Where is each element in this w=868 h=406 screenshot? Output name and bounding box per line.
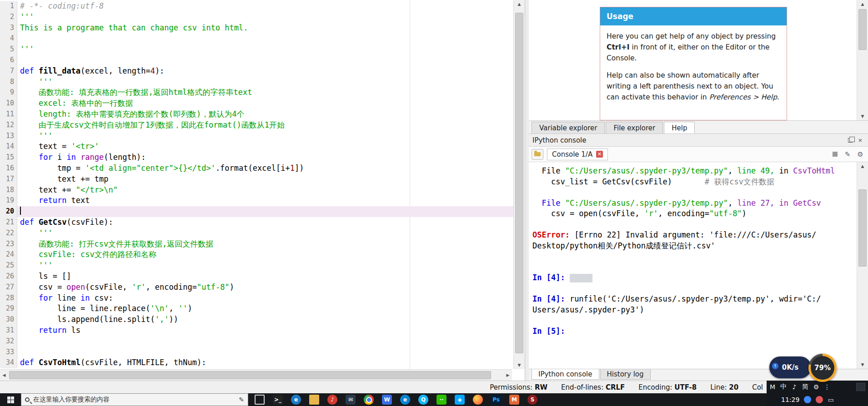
spyder-icon[interactable]: S bbox=[527, 395, 537, 405]
editor-line-26[interactable]: 26 ls = [] bbox=[0, 271, 513, 282]
network-speed-bubble[interactable]: ↑ 0K/s bbox=[769, 356, 811, 378]
editor-line-27[interactable]: 27 csv = open(csvFile, 'r', encoding="ut… bbox=[0, 282, 513, 293]
editor-line-34[interactable]: 34def CsvToHtml(csvFile, HTMLFILE, thNum… bbox=[0, 357, 513, 368]
scroll-right-arrow-icon[interactable]: ▶ bbox=[504, 370, 512, 381]
tab-file-explorer[interactable]: File explorer bbox=[606, 122, 663, 134]
editor-line-22[interactable]: 22 ''' bbox=[0, 228, 513, 239]
editor-horizontal-scrollbar[interactable]: ◀ ▶ bbox=[0, 369, 512, 381]
editor-line-10[interactable]: 10 excel: 表格中的一行数据 bbox=[0, 98, 513, 109]
help-vscroll-thumb[interactable] bbox=[858, 9, 867, 50]
interrupt-kernel-icon[interactable] bbox=[830, 149, 840, 159]
chrome-icon[interactable] bbox=[364, 395, 374, 405]
music-note-icon[interactable]: ♪ bbox=[791, 383, 798, 391]
close-console-icon[interactable]: ✕ bbox=[596, 151, 603, 158]
editor-line-15[interactable]: 15 for i in range(length): bbox=[0, 152, 513, 163]
editor-hscroll-thumb[interactable] bbox=[9, 371, 491, 379]
editor-line-16[interactable]: 16 tmp = '<td align="center">{}</td>'.fo… bbox=[0, 163, 513, 174]
browse-working-directory-button[interactable] bbox=[532, 149, 543, 160]
editor-text-area[interactable]: 1# -*- coding:utf-82'''3This is a progra… bbox=[0, 0, 513, 369]
editor-line-3[interactable]: 3This is a programe that can change csv … bbox=[0, 23, 513, 34]
photoshop-icon[interactable]: Ps bbox=[491, 395, 501, 405]
more-icon[interactable]: ⋮ bbox=[824, 383, 830, 391]
editor-line-24[interactable]: 24 csvFile: csv文件的路径和名称 bbox=[0, 249, 513, 260]
ime-chinese-icon[interactable]: 中 bbox=[780, 383, 787, 391]
wechat-icon[interactable]: ·· bbox=[437, 395, 447, 405]
pane-splitter[interactable] bbox=[525, 0, 529, 381]
editor-line-1[interactable]: 1# -*- coding:utf-8 bbox=[0, 1, 513, 12]
editor-vertical-scrollbar[interactable]: ▲ ▼ bbox=[513, 0, 525, 369]
matlab-icon[interactable]: M bbox=[509, 395, 519, 405]
editor-line-19[interactable]: 19 return text bbox=[0, 195, 513, 206]
editor-line-9[interactable]: 9 函数功能: 填充表格的一行数据,返回html格式的字符串text bbox=[0, 87, 513, 98]
scroll-down-arrow-icon[interactable]: ▼ bbox=[514, 361, 525, 369]
net-speed-widget[interactable]: ↑ 0K/s 79% bbox=[769, 354, 847, 382]
console-output[interactable]: File "C:/Users/asus/.spyder-py3/temp.py"… bbox=[529, 162, 857, 369]
editor-line-5[interactable]: 5''' bbox=[0, 44, 513, 55]
clock[interactable]: 11:29 bbox=[781, 396, 799, 403]
qq-icon[interactable]: Q bbox=[418, 395, 428, 405]
ime-mode-icon[interactable]: M bbox=[769, 383, 776, 391]
tab-ipython-console[interactable]: IPython console bbox=[532, 369, 599, 380]
baidu-netdisk-icon[interactable]: ◈ bbox=[455, 395, 465, 405]
console-vertical-scrollbar[interactable]: ▲ ▼ bbox=[857, 162, 868, 369]
scroll-down-arrow-icon[interactable]: ▼ bbox=[857, 361, 868, 369]
gear-icon[interactable]: ⚙ bbox=[855, 149, 865, 159]
code-editor-pane[interactable]: 1# -*- coding:utf-82'''3This is a progra… bbox=[0, 0, 525, 381]
editor-line-13[interactable]: 13 ''' bbox=[0, 131, 513, 142]
editor-line-18[interactable]: 18 text += "</tr>\n" bbox=[0, 185, 513, 196]
battery-ring[interactable]: 79% bbox=[808, 354, 837, 382]
help-vertical-scrollbar[interactable]: ▲ ▼ bbox=[857, 0, 868, 120]
tray-app-icon[interactable] bbox=[816, 396, 823, 403]
folder-icon[interactable] bbox=[309, 395, 319, 405]
notification-icon[interactable]: ▭ bbox=[828, 396, 834, 403]
editor-line-14[interactable]: 14 text = '<tr>' bbox=[0, 141, 513, 152]
tab-help[interactable]: Help bbox=[664, 122, 695, 134]
wps-icon[interactable]: W bbox=[382, 395, 392, 405]
netease-music-icon[interactable]: ♪ bbox=[327, 395, 337, 405]
editor-line-4[interactable]: 4 bbox=[0, 33, 513, 44]
editor-line-20[interactable]: 20 bbox=[0, 206, 513, 217]
tab-history-log[interactable]: History log bbox=[600, 369, 651, 380]
console-vscroll-thumb[interactable] bbox=[858, 189, 867, 267]
editor-line-25[interactable]: 25 ''' bbox=[0, 260, 513, 271]
cmd-icon[interactable]: >_ bbox=[273, 395, 283, 405]
scroll-up-arrow-icon[interactable]: ▲ bbox=[857, 0, 868, 8]
editor-line-2[interactable]: 2''' bbox=[0, 12, 513, 23]
editor-line-31[interactable]: 31 return ls bbox=[0, 325, 513, 336]
ie-icon[interactable]: e bbox=[291, 395, 301, 405]
undock-icon[interactable] bbox=[846, 136, 854, 144]
editor-line-28[interactable]: 28 for line in csv: bbox=[0, 293, 513, 304]
close-icon[interactable]: × bbox=[856, 136, 864, 144]
editor-line-32[interactable]: 32 bbox=[0, 336, 513, 347]
editor-line-7[interactable]: 7def fill_data(excel, length=4): bbox=[0, 66, 513, 77]
editor-vscroll-thumb[interactable] bbox=[515, 13, 523, 353]
foxmail-icon[interactable]: ✉ bbox=[346, 395, 356, 405]
scroll-down-arrow-icon[interactable]: ▼ bbox=[857, 112, 868, 120]
editor-line-23[interactable]: 23 函数功能: 打开csv文件并获取数据,返回文件数据 bbox=[0, 239, 513, 250]
edit-icon[interactable]: ✎ bbox=[843, 149, 853, 159]
editor-line-12[interactable]: 12 由于生成csv文件时自动增加了1列数据，因此在format()函数从1开始 bbox=[0, 120, 513, 131]
console-body[interactable]: File "C:/Users/asus/.spyder-py3/temp.py"… bbox=[529, 162, 868, 369]
tray-app-icon[interactable] bbox=[804, 396, 811, 403]
gear-icon[interactable]: ⚙ bbox=[813, 383, 819, 391]
ime-toolbar-icon[interactable] bbox=[856, 383, 865, 391]
task-view-icon[interactable] bbox=[255, 395, 265, 405]
editor-line-33[interactable]: 33 bbox=[0, 347, 513, 358]
editor-line-30[interactable]: 30 ls.append(line.split(',')) bbox=[0, 314, 513, 325]
tab-variable-explorer[interactable]: Variable explorer bbox=[532, 122, 605, 134]
console-tab[interactable]: Console 1/A ✕ bbox=[547, 149, 608, 160]
editor-line-6[interactable]: 6 bbox=[0, 55, 513, 66]
scroll-up-arrow-icon[interactable]: ▲ bbox=[857, 162, 868, 170]
scroll-up-arrow-icon[interactable]: ▲ bbox=[514, 0, 525, 8]
start-button[interactable] bbox=[0, 393, 21, 406]
editor-line-17[interactable]: 17 text += tmp bbox=[0, 174, 513, 185]
ime-simplified-icon[interactable]: 简 bbox=[802, 383, 808, 391]
editor-line-8[interactable]: 8 ''' bbox=[0, 77, 513, 88]
editor-line-29[interactable]: 29 line = line.replace('\n', '') bbox=[0, 303, 513, 314]
editor-line-11[interactable]: 11 length: 表格中需要填充的数据个数(即列数)，默认为4个 bbox=[0, 109, 513, 120]
firefox-icon[interactable] bbox=[473, 395, 483, 405]
scroll-left-arrow-icon[interactable]: ◀ bbox=[0, 370, 8, 381]
editor-line-21[interactable]: 21def GetCsv(csvFile): bbox=[0, 217, 513, 228]
taskbar-search-input[interactable]: 在这里输入你要搜索的内容 ✎ bbox=[21, 393, 248, 406]
edge-icon[interactable]: e bbox=[400, 395, 410, 405]
